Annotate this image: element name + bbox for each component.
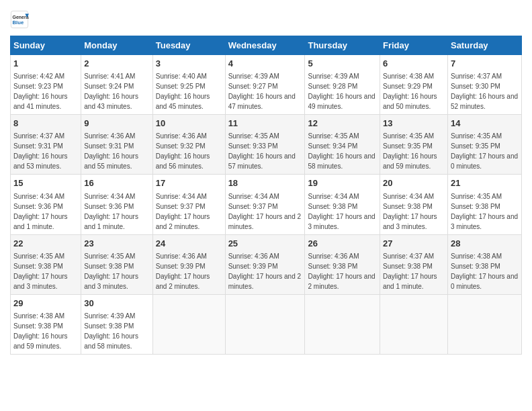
day-number: 13 — [383, 118, 445, 130]
calendar-cell: 20Sunrise: 4:34 AMSunset: 9:38 PMDayligh… — [380, 175, 448, 234]
calendar-cell: 14Sunrise: 4:35 AMSunset: 9:35 PMDayligh… — [447, 115, 521, 175]
calendar-cell: 11Sunrise: 4:35 AMSunset: 9:33 PMDayligh… — [225, 115, 305, 175]
daylight-text: Daylight: 17 hours and 2 minutes. — [156, 213, 210, 230]
daylight-text: Daylight: 17 hours and 3 minutes. — [451, 213, 518, 230]
sunrise-text: Sunrise: 4:40 AM — [156, 73, 207, 80]
daylight-text: Daylight: 17 hours and 1 minute. — [84, 213, 138, 230]
day-number: 9 — [84, 118, 149, 130]
calendar-week-2: 8Sunrise: 4:37 AMSunset: 9:31 PMDaylight… — [11, 115, 522, 175]
day-number: 21 — [451, 177, 519, 189]
day-number: 17 — [156, 177, 222, 189]
sunset-text: Sunset: 9:36 PM — [13, 203, 63, 210]
sunset-text: Sunset: 9:38 PM — [84, 263, 134, 270]
day-number: 2 — [84, 58, 149, 70]
day-number: 10 — [156, 118, 222, 130]
daylight-text: Daylight: 17 hours and 3 minutes. — [308, 213, 375, 230]
sunrise-text: Sunrise: 4:38 AM — [451, 253, 502, 260]
sunrise-text: Sunrise: 4:35 AM — [451, 132, 502, 140]
sunset-text: Sunset: 9:27 PM — [228, 83, 278, 90]
day-number: 5 — [308, 58, 377, 70]
day-number: 7 — [451, 58, 519, 70]
daylight-text: Daylight: 16 hours and 47 minutes. — [228, 93, 296, 110]
sunset-text: Sunset: 9:38 PM — [13, 322, 63, 330]
day-number: 1 — [13, 58, 78, 70]
sunset-text: Sunset: 9:36 PM — [84, 203, 134, 210]
calendar-cell — [225, 294, 305, 354]
daylight-text: Daylight: 17 hours and 1 minute. — [383, 273, 437, 290]
weekday-header-wednesday: Wednesday — [225, 36, 305, 55]
sunrise-text: Sunrise: 4:39 AM — [228, 73, 279, 80]
sunrise-text: Sunrise: 4:36 AM — [156, 132, 207, 140]
sunset-text: Sunset: 9:38 PM — [308, 203, 357, 210]
calendar-cell: 2Sunrise: 4:41 AMSunset: 9:24 PMDaylight… — [81, 55, 152, 115]
daylight-text: Daylight: 16 hours and 41 minutes. — [13, 93, 68, 110]
calendar-cell — [447, 294, 521, 354]
daylight-text: Daylight: 16 hours and 49 minutes. — [308, 93, 375, 110]
daylight-text: Daylight: 16 hours and 50 minutes. — [383, 93, 437, 110]
sunset-text: Sunset: 9:34 PM — [308, 142, 357, 150]
sunset-text: Sunset: 9:31 PM — [13, 142, 63, 150]
daylight-text: Daylight: 16 hours and 59 minutes. — [383, 152, 437, 170]
day-number: 26 — [308, 238, 377, 250]
header: General Blue — [10, 10, 522, 29]
day-number: 3 — [156, 58, 222, 70]
daylight-text: Daylight: 17 hours and 3 minutes. — [13, 273, 68, 290]
calendar-cell: 25Sunrise: 4:36 AMSunset: 9:39 PMDayligh… — [225, 234, 305, 294]
weekday-row: SundayMondayTuesdayWednesdayThursdayFrid… — [11, 36, 522, 55]
sunset-text: Sunset: 9:33 PM — [228, 142, 278, 150]
calendar-cell: 1Sunrise: 4:42 AMSunset: 9:23 PMDaylight… — [11, 55, 81, 115]
calendar-cell: 24Sunrise: 4:36 AMSunset: 9:39 PMDayligh… — [152, 234, 225, 294]
weekday-header-sunday: Sunday — [11, 36, 81, 55]
calendar-week-4: 22Sunrise: 4:35 AMSunset: 9:38 PMDayligh… — [11, 234, 522, 294]
sunset-text: Sunset: 9:30 PM — [451, 83, 500, 90]
day-number: 18 — [228, 177, 302, 189]
daylight-text: Daylight: 16 hours and 43 minutes. — [84, 93, 138, 110]
calendar-cell: 16Sunrise: 4:34 AMSunset: 9:36 PMDayligh… — [81, 175, 152, 234]
day-number: 14 — [451, 118, 519, 130]
weekday-header-monday: Monday — [81, 36, 152, 55]
calendar-cell: 28Sunrise: 4:38 AMSunset: 9:38 PMDayligh… — [447, 234, 521, 294]
sunrise-text: Sunrise: 4:38 AM — [383, 73, 434, 80]
weekday-header-friday: Friday — [380, 36, 448, 55]
sunset-text: Sunset: 9:39 PM — [228, 263, 278, 270]
sunrise-text: Sunrise: 4:36 AM — [228, 253, 279, 260]
weekday-header-tuesday: Tuesday — [152, 36, 225, 55]
calendar-cell: 13Sunrise: 4:35 AMSunset: 9:35 PMDayligh… — [380, 115, 448, 175]
calendar-cell: 3Sunrise: 4:40 AMSunset: 9:25 PMDaylight… — [152, 55, 225, 115]
day-number: 11 — [228, 118, 302, 130]
calendar-cell: 26Sunrise: 4:36 AMSunset: 9:38 PMDayligh… — [305, 234, 380, 294]
calendar-cell: 9Sunrise: 4:36 AMSunset: 9:31 PMDaylight… — [81, 115, 152, 175]
calendar-week-1: 1Sunrise: 4:42 AMSunset: 9:23 PMDaylight… — [11, 55, 522, 115]
calendar-cell: 21Sunrise: 4:35 AMSunset: 9:38 PMDayligh… — [447, 175, 521, 234]
day-number: 23 — [84, 238, 149, 250]
logo: General Blue — [10, 10, 29, 29]
daylight-text: Daylight: 17 hours and 2 minutes. — [228, 273, 301, 290]
sunset-text: Sunset: 9:38 PM — [451, 263, 500, 270]
weekday-header-thursday: Thursday — [305, 36, 380, 55]
day-number: 28 — [451, 238, 519, 250]
sunrise-text: Sunrise: 4:35 AM — [383, 132, 434, 140]
sunrise-text: Sunrise: 4:37 AM — [13, 132, 64, 140]
calendar-cell: 12Sunrise: 4:35 AMSunset: 9:34 PMDayligh… — [305, 115, 380, 175]
day-number: 20 — [383, 177, 445, 189]
sunset-text: Sunset: 9:35 PM — [383, 142, 433, 150]
sunset-text: Sunset: 9:29 PM — [383, 83, 433, 90]
daylight-text: Daylight: 17 hours and 1 minute. — [13, 213, 68, 230]
day-number: 24 — [156, 238, 222, 250]
weekday-header-saturday: Saturday — [447, 36, 521, 55]
daylight-text: Daylight: 16 hours and 58 minutes. — [308, 152, 375, 170]
day-number: 25 — [228, 238, 302, 250]
daylight-text: Daylight: 16 hours and 52 minutes. — [451, 93, 518, 110]
day-number: 29 — [13, 298, 78, 310]
daylight-text: Daylight: 17 hours and 3 minutes. — [84, 273, 138, 290]
calendar-cell: 4Sunrise: 4:39 AMSunset: 9:27 PMDaylight… — [225, 55, 305, 115]
sunrise-text: Sunrise: 4:34 AM — [383, 193, 434, 200]
calendar-header: SundayMondayTuesdayWednesdayThursdayFrid… — [11, 36, 522, 55]
daylight-text: Daylight: 16 hours and 58 minutes. — [84, 332, 138, 350]
sunset-text: Sunset: 9:24 PM — [84, 83, 134, 90]
sunset-text: Sunset: 9:38 PM — [451, 203, 500, 210]
day-number: 8 — [13, 118, 78, 130]
day-number: 12 — [308, 118, 377, 130]
calendar-cell: 22Sunrise: 4:35 AMSunset: 9:38 PMDayligh… — [11, 234, 81, 294]
calendar-cell: 7Sunrise: 4:37 AMSunset: 9:30 PMDaylight… — [447, 55, 521, 115]
